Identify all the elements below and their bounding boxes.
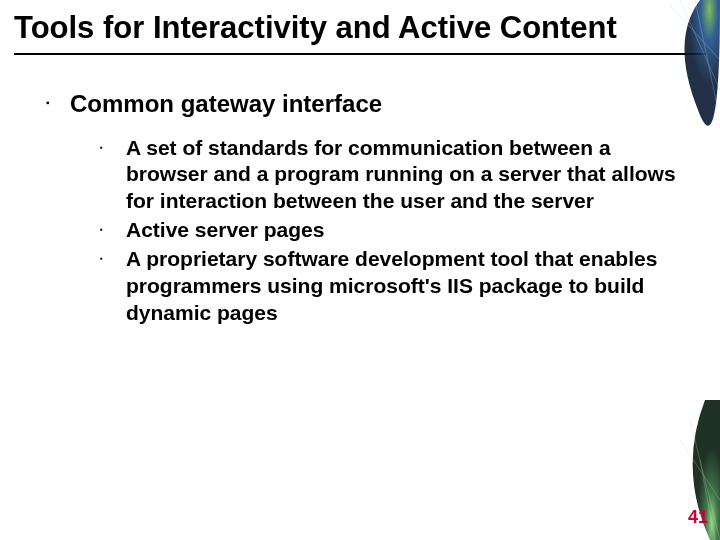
title-area: Tools for Interactivity and Active Conte…: [0, 0, 720, 59]
slide-title: Tools for Interactivity and Active Conte…: [14, 10, 706, 47]
list-item: Active server pages: [96, 217, 680, 244]
list-item-text: Active server pages: [126, 218, 324, 241]
page-number: 41: [688, 507, 708, 528]
list-item-text: Common gateway interface: [70, 90, 382, 117]
title-underline: [14, 53, 706, 55]
body-area: Common gateway interface A set of standa…: [0, 59, 720, 327]
list-item-text: A proprietary software development tool …: [126, 247, 657, 324]
list-item: A proprietary software development tool …: [96, 246, 680, 327]
slide-container: Tools for Interactivity and Active Conte…: [0, 0, 720, 540]
list-item: A set of standards for communication bet…: [96, 135, 680, 216]
svg-line-5: [700, 460, 715, 540]
list-item: Common gateway interface A set of standa…: [40, 89, 680, 327]
list-item-text: A set of standards for communication bet…: [126, 136, 676, 213]
svg-line-3: [680, 440, 720, 500]
